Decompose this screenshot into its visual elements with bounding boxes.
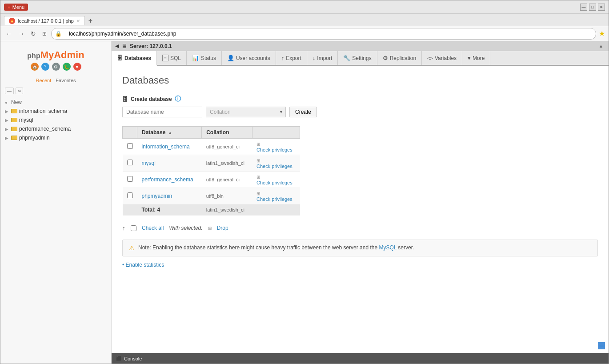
- create-database-section: 🗄 Create database ⓘ Collation Create: [122, 95, 598, 117]
- address-input[interactable]: [64, 29, 592, 38]
- check-all-checkbox[interactable]: [131, 225, 136, 231]
- back-button[interactable]: ←: [4, 29, 14, 38]
- check-privileges-link-2[interactable]: Check privileges: [256, 180, 295, 185]
- database-col-label: Database: [142, 129, 165, 136]
- doc-icon[interactable]: ?: [41, 63, 49, 71]
- tab-close-button[interactable]: ✕: [76, 19, 80, 24]
- collapse-all-button[interactable]: —: [5, 88, 14, 94]
- expand-icon-information-schema: ▶: [5, 109, 9, 114]
- sidebar-item-performance-schema[interactable]: ▶ performance_schema: [0, 124, 111, 133]
- tab-import[interactable]: ↓ Import: [307, 51, 338, 65]
- row-checkbox-2[interactable]: [127, 176, 133, 182]
- browser-tab[interactable]: 🔥 localhost / 127.0.0.1 | php ✕: [4, 16, 85, 25]
- collation-val-1: latin1_swedish_ci: [206, 160, 244, 166]
- db-link-phpmyadmin[interactable]: phpmyadmin: [142, 193, 172, 199]
- reload-button[interactable]: ∞: [16, 88, 23, 94]
- variables-tab-icon: <>: [427, 56, 433, 61]
- db-link-mysql[interactable]: mysql: [142, 160, 156, 166]
- row-checkbox-1[interactable]: [127, 160, 133, 165]
- row-checkbox-3[interactable]: [127, 192, 133, 198]
- database-name-input[interactable]: [122, 107, 202, 117]
- tab-more[interactable]: ▾ More: [462, 51, 490, 65]
- db-link-information-schema[interactable]: information_schema: [142, 144, 190, 150]
- replication-tab-icon: ⚙: [383, 55, 388, 61]
- tab-user-accounts[interactable]: 👤 User accounts: [222, 51, 276, 65]
- home-button[interactable]: ⊞: [40, 30, 48, 38]
- mysql-link[interactable]: MySQL: [379, 244, 397, 251]
- select-arrow-icon: ↑: [122, 224, 125, 232]
- console-bar[interactable]: ⬛ Console: [112, 353, 609, 364]
- row-checkbox-0[interactable]: [127, 143, 133, 149]
- close-button[interactable]: ✕: [598, 4, 605, 11]
- tab-replication-label: Replication: [390, 55, 416, 61]
- collation-col-label: Collation: [206, 129, 229, 136]
- menu-button[interactable]: ● Menu: [4, 4, 28, 11]
- notice-text: Note: Enabling the database statistics h…: [138, 244, 414, 251]
- server-header: ◀ 🖥 Server: 127.0.0.1 ▲: [112, 41, 609, 51]
- tab-import-label: Import: [317, 55, 332, 61]
- check-privileges-link-3[interactable]: Check privileges: [256, 196, 295, 202]
- maximize-button[interactable]: □: [589, 4, 596, 11]
- sidebar-favorites[interactable]: Favorites: [56, 78, 76, 83]
- forward-button[interactable]: →: [16, 29, 26, 38]
- db-name-performance-schema: performance_schema: [19, 126, 71, 132]
- server-header-arrow-left[interactable]: ◀: [115, 43, 119, 49]
- db-name-information-schema: information_schema: [19, 108, 67, 114]
- table-actions: ↑ Check all With selected: ⊞ Drop: [122, 221, 598, 235]
- sidebar-nav: Recent Favorites: [0, 75, 111, 86]
- collation-column-header[interactable]: Collation: [202, 127, 252, 139]
- db-icon-performance-schema: [11, 127, 17, 131]
- tab-status-label: Status: [201, 55, 216, 61]
- notice-box: ⚠ Note: Enabling the database statistics…: [122, 240, 598, 256]
- logo-myadmin: MyAdmin: [40, 49, 84, 60]
- sql-tab-icon: ≡: [162, 55, 168, 61]
- create-db-label-text: Create database: [131, 96, 172, 102]
- enable-statistics-link[interactable]: Enable statistics: [122, 262, 598, 268]
- reload-button[interactable]: ↻: [29, 29, 38, 38]
- home-icon[interactable]: 🏠: [31, 63, 39, 71]
- header-expand-button[interactable]: ▲: [597, 43, 605, 49]
- server-title: Server: 127.0.0.1: [130, 43, 597, 49]
- database-tree: ● New ▶ information_schema ▶ mysql ▶ per…: [0, 96, 111, 144]
- check-all-label: Check all: [142, 225, 164, 231]
- new-item-icon: ●: [5, 100, 9, 105]
- sidebar-new-item[interactable]: ● New: [0, 98, 111, 107]
- tab-variables[interactable]: <> Variables: [422, 51, 462, 65]
- tab-status[interactable]: 📊 Status: [187, 51, 222, 65]
- db-link-performance-schema[interactable]: performance_schema: [142, 176, 193, 183]
- sidebar-recent[interactable]: Recent: [36, 78, 51, 83]
- check-all-link[interactable]: Check all: [142, 225, 164, 231]
- window-controls: — □ ✕: [580, 4, 605, 11]
- tab-export[interactable]: ↑ Export: [276, 51, 307, 65]
- sidebar-item-information-schema[interactable]: ▶ information_schema: [0, 107, 111, 116]
- tab-settings[interactable]: 🔧 Settings: [338, 51, 377, 65]
- tab-sql[interactable]: ≡ SQL: [157, 51, 187, 65]
- minimize-button[interactable]: —: [580, 4, 587, 11]
- check-privileges-link-0[interactable]: Check privileges: [256, 147, 295, 152]
- sidebar-item-mysql[interactable]: ▶ mysql: [0, 116, 111, 124]
- sidebar-item-phpmyadmin[interactable]: ▶ phpmyadmin: [0, 133, 111, 142]
- collation-select[interactable]: Collation: [206, 107, 286, 117]
- new-tab-button[interactable]: +: [87, 17, 94, 25]
- db-icon-phpmyadmin: [11, 136, 17, 140]
- bug-icon[interactable]: 🐛: [63, 63, 71, 71]
- tab-databases[interactable]: 🗄 Databases: [112, 51, 157, 66]
- create-db-help-icon[interactable]: ⓘ: [175, 95, 181, 103]
- settings-icon[interactable]: ⚙: [52, 63, 60, 71]
- table-row: performance_schema utf8_general_ci ⊞ Che…: [123, 172, 300, 188]
- tab-replication[interactable]: ⚙ Replication: [377, 51, 422, 65]
- tab-sql-label: SQL: [170, 55, 181, 61]
- server-icon: 🖥: [121, 43, 127, 49]
- action-column-header: [252, 127, 300, 139]
- check-priv-icon-2: ⊞: [256, 175, 260, 180]
- heart-icon[interactable]: ♥: [73, 63, 81, 71]
- tab-title: localhost / 127.0.0.1 | php: [18, 18, 74, 24]
- create-button[interactable]: Create: [289, 107, 317, 117]
- total-label: Total: 4: [137, 204, 202, 216]
- database-column-header[interactable]: Database ▲: [137, 127, 202, 139]
- drop-link[interactable]: Drop: [217, 225, 228, 231]
- check-privileges-link-1[interactable]: Check privileges: [256, 164, 295, 169]
- enable-stats-label: Enable statistics: [126, 262, 164, 268]
- header-controls: ▲: [597, 43, 605, 49]
- bookmark-button[interactable]: ★: [599, 29, 605, 38]
